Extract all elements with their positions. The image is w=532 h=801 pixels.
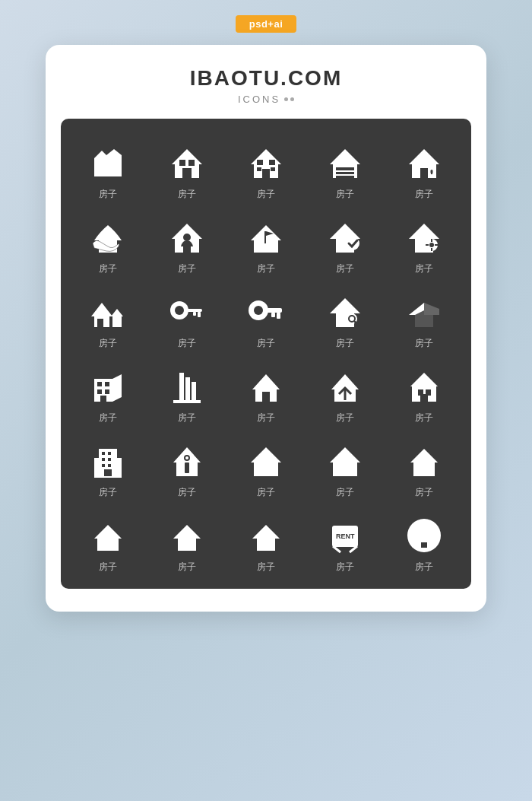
icon-cell-12: 房子 bbox=[147, 283, 226, 358]
svg-rect-64 bbox=[97, 382, 102, 386]
icon-cell-8: 房子 bbox=[226, 208, 306, 283]
svg-rect-119 bbox=[421, 542, 427, 548]
icon-label-4: 房子 bbox=[336, 188, 354, 201]
icon-cell-27: 房子 bbox=[147, 507, 226, 581]
svg-rect-68 bbox=[100, 396, 106, 402]
svg-point-51 bbox=[254, 306, 263, 315]
icon-label-20: 房子 bbox=[415, 412, 433, 424]
icon-cell-2: 房子 bbox=[147, 134, 226, 208]
rent-sign-icon: RENT bbox=[325, 516, 365, 555]
house-open-icon bbox=[404, 441, 444, 481]
house-info-icon bbox=[167, 441, 207, 481]
icon-cell-14: 房子 bbox=[306, 283, 385, 358]
svg-rect-94 bbox=[185, 462, 189, 473]
svg-rect-47 bbox=[187, 309, 202, 312]
icon-label-6: 房子 bbox=[99, 262, 117, 275]
svg-rect-3 bbox=[97, 161, 102, 166]
svg-rect-83 bbox=[117, 458, 122, 476]
icon-cell-15: 房子 bbox=[385, 283, 464, 358]
icon-cell-28: 房子 bbox=[226, 507, 306, 581]
icon-label-10: 房子 bbox=[415, 262, 433, 275]
icon-cell-16: 房子 bbox=[68, 358, 147, 432]
svg-rect-39 bbox=[431, 248, 432, 251]
svg-rect-107 bbox=[104, 543, 112, 551]
icon-label-5: 房子 bbox=[415, 188, 433, 201]
svg-rect-70 bbox=[185, 377, 190, 402]
svg-rect-80 bbox=[420, 394, 428, 402]
icon-label-2: 房子 bbox=[178, 188, 196, 201]
svg-rect-66 bbox=[97, 389, 102, 394]
svg-rect-111 bbox=[261, 542, 271, 551]
icon-cell-25: 房子 bbox=[385, 432, 464, 507]
house-minimal2-icon bbox=[246, 516, 286, 555]
icon-label-14: 房子 bbox=[336, 337, 354, 350]
house-check-icon bbox=[325, 218, 365, 257]
house-garage-icon bbox=[325, 143, 365, 183]
building-lines-icon bbox=[167, 367, 207, 406]
icon-label-25: 房子 bbox=[415, 486, 433, 499]
house-lock-icon bbox=[404, 143, 444, 183]
svg-rect-67 bbox=[105, 389, 109, 394]
svg-rect-85 bbox=[102, 452, 105, 455]
svg-rect-9 bbox=[179, 160, 185, 166]
svg-rect-104 bbox=[415, 464, 421, 469]
house-3d-icon bbox=[404, 292, 444, 332]
svg-rect-43 bbox=[97, 319, 103, 327]
icon-cell-26: 房子 bbox=[68, 507, 147, 581]
icon-cell-20: 房子 bbox=[385, 358, 464, 432]
icon-cell-23: 房子 bbox=[226, 432, 306, 507]
svg-rect-71 bbox=[192, 382, 196, 402]
svg-rect-31 bbox=[264, 231, 266, 243]
icon-cell-4: 房子 bbox=[306, 134, 385, 208]
house-circle-icon bbox=[404, 516, 444, 555]
icon-cell-30: 房子 bbox=[385, 507, 464, 581]
building-tall-icon bbox=[88, 441, 128, 481]
icon-label-22: 房子 bbox=[178, 486, 196, 499]
svg-rect-88 bbox=[108, 458, 111, 461]
svg-line-116 bbox=[350, 546, 357, 552]
house-outline-icon bbox=[246, 441, 286, 481]
icon-cell-11: 房子 bbox=[68, 283, 147, 358]
main-card: IBAOTU.COM ICONS 房子 bbox=[46, 45, 486, 612]
icon-label-17: 房子 bbox=[178, 412, 196, 424]
svg-marker-44 bbox=[111, 309, 123, 327]
icon-grid: 房子 房子 房子 bbox=[68, 134, 464, 581]
icon-cell-6: 房子 bbox=[68, 208, 147, 283]
house-door-icon bbox=[246, 143, 286, 183]
svg-rect-14 bbox=[269, 160, 275, 165]
svg-rect-38 bbox=[431, 239, 432, 242]
icon-cell-24: 房子 bbox=[306, 432, 385, 507]
svg-rect-10 bbox=[188, 160, 195, 166]
svg-rect-52 bbox=[267, 308, 282, 313]
site-title: IBAOTU.COM bbox=[190, 66, 342, 91]
house-arrow-icon bbox=[325, 367, 365, 406]
key-outline-icon bbox=[167, 292, 207, 332]
svg-marker-61 bbox=[424, 303, 439, 315]
svg-marker-63 bbox=[112, 374, 122, 402]
svg-point-95 bbox=[185, 456, 188, 459]
building-stack-icon bbox=[88, 143, 128, 183]
icon-label-7: 房子 bbox=[178, 262, 196, 275]
svg-text:RENT: RENT bbox=[336, 532, 355, 540]
svg-rect-2 bbox=[94, 173, 122, 176]
house-search-icon bbox=[325, 292, 365, 332]
svg-rect-91 bbox=[104, 469, 112, 476]
house-hand-icon bbox=[88, 218, 128, 257]
svg-rect-16 bbox=[271, 167, 275, 171]
svg-line-115 bbox=[333, 546, 340, 552]
icon-cell-1: 房子 bbox=[68, 134, 147, 208]
key-solid-icon bbox=[246, 292, 286, 332]
svg-rect-4 bbox=[97, 168, 102, 173]
icons-label: ICONS bbox=[238, 94, 294, 105]
svg-rect-89 bbox=[102, 464, 105, 467]
icon-cell-3: 房子 bbox=[226, 134, 306, 208]
icon-label-27: 房子 bbox=[178, 561, 196, 574]
svg-point-46 bbox=[175, 306, 184, 315]
svg-rect-110 bbox=[183, 543, 191, 551]
icon-label-12: 房子 bbox=[178, 337, 196, 350]
svg-rect-40 bbox=[426, 244, 429, 246]
icon-label-26: 房子 bbox=[99, 561, 117, 574]
icon-label-21: 房子 bbox=[99, 486, 117, 499]
svg-rect-82 bbox=[94, 458, 99, 476]
svg-point-37 bbox=[429, 243, 434, 247]
